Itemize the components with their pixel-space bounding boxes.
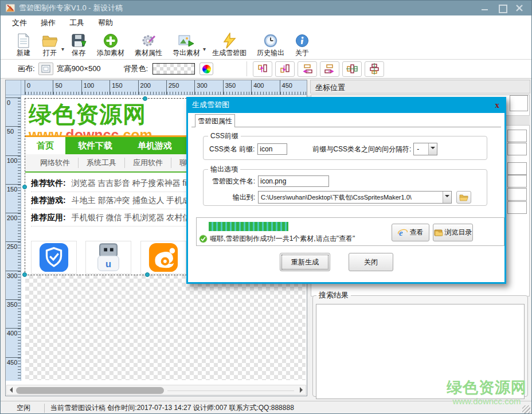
close-icon[interactable] xyxy=(515,5,523,11)
coordinate-input[interactable] xyxy=(507,130,527,142)
nav-item: 单机游戏 xyxy=(125,137,185,154)
subnav-item: 系统工具 xyxy=(79,158,125,168)
scroll-right-icon[interactable] xyxy=(300,387,303,393)
new-button[interactable]: 新建 xyxy=(11,31,36,58)
css-prefix-input[interactable] xyxy=(257,143,287,155)
title-bar: 雪碧图制作专家V1.0 - 新设计稿 xyxy=(1,1,531,15)
save-floppy-icon xyxy=(71,32,87,49)
separator-select[interactable]: - xyxy=(413,143,437,155)
align-left-button[interactable] xyxy=(298,61,317,77)
selection-handle[interactable] xyxy=(143,96,147,101)
regenerate-button[interactable]: 重新生成 xyxy=(280,253,330,271)
export-material-label: 导出素材 xyxy=(173,49,200,57)
open-dropdown-icon[interactable]: ▾ xyxy=(61,46,64,52)
result-panel: 喔耶,雪碧图制作成功!一共1个素材,请点击"查看" e 查看 浏览目录 xyxy=(196,217,504,246)
ruler-tick-label: 100 xyxy=(6,155,21,184)
scrollbar-thumb[interactable] xyxy=(16,387,164,394)
center-horizontal-button[interactable] xyxy=(342,61,362,77)
coordinate-input[interactable] xyxy=(507,143,527,155)
output-path-select[interactable]: C:\Users\wuhan\Desktop\下载包\CssSpritesMak… xyxy=(258,191,452,204)
ruler-corner xyxy=(6,80,21,95)
ruler-tick-label: 300 xyxy=(6,271,21,299)
color-picker-button[interactable] xyxy=(200,63,213,75)
menu-item[interactable]: 文件 xyxy=(10,17,29,29)
align-right-button[interactable] xyxy=(320,61,339,77)
coordinate-input[interactable] xyxy=(507,201,527,214)
generate-sprite-label: 生成雪碧图 xyxy=(212,49,247,57)
canvas-grid-icon xyxy=(41,64,51,73)
horizontal-scrollbar[interactable] xyxy=(6,385,306,395)
history-output-button[interactable]: 历史输出 xyxy=(252,31,290,58)
chevron-down-icon[interactable] xyxy=(428,143,437,155)
toolbar-divider xyxy=(247,61,247,76)
sprite-filename-input[interactable] xyxy=(258,175,329,187)
menu-item[interactable]: 帮助 xyxy=(96,17,115,29)
ruler-tick-label: 150 xyxy=(6,184,21,213)
dialog-title-bar[interactable]: 生成雪碧图 x xyxy=(186,97,506,113)
export-dropdown-icon[interactable]: ▾ xyxy=(203,46,206,52)
center-vertical-button[interactable] xyxy=(365,61,384,77)
main-toolbar: 新建 打开 ▾ 保存 添加素材 素材属性 xyxy=(1,30,531,60)
status-info: 当前雪碧图设计稿 创作时间:2017-07-13 14:27 设计师:007 联… xyxy=(50,403,294,413)
scroll-left-icon[interactable] xyxy=(10,387,13,393)
search-results-list[interactable] xyxy=(316,304,525,399)
coordinate-input[interactable] xyxy=(507,175,527,188)
status-bar: 空闲 当前雪碧图设计稿 创作时间:2017-07-13 14:27 设计师:00… xyxy=(1,401,531,414)
nav-item: 软件下载 xyxy=(65,137,125,154)
ruler-tick-label: 350 xyxy=(6,299,21,328)
menu-item[interactable]: 工具 xyxy=(67,17,87,29)
page-logo-text: 绿色资源网 xyxy=(29,99,146,130)
subnav-item: 应用软件 xyxy=(125,158,171,168)
info-icon xyxy=(295,32,310,49)
open-button[interactable]: 打开 xyxy=(36,31,64,58)
ruler-tick-label: 50 xyxy=(53,80,81,95)
about-button[interactable]: 关于 xyxy=(290,31,315,58)
add-plus-icon xyxy=(103,32,119,49)
canvas-size-button[interactable] xyxy=(38,63,53,75)
ruler-tick-label: 100 xyxy=(81,80,109,95)
menu-item[interactable]: 操作 xyxy=(38,17,58,29)
dialog-close-button[interactable]: 关闭 xyxy=(349,253,393,271)
add-material-button[interactable]: 添加素材 xyxy=(92,31,130,58)
view-button[interactable]: e 查看 xyxy=(392,224,429,241)
generate-sprite-button[interactable]: 生成雪碧图 xyxy=(207,31,252,58)
status-divider xyxy=(44,404,45,413)
align-top-icon xyxy=(257,63,268,75)
folder-icon xyxy=(459,194,468,201)
background-color-swatch[interactable] xyxy=(152,63,195,75)
resize-grip-icon[interactable] xyxy=(522,405,530,413)
usb-boot-icon: u xyxy=(93,242,124,273)
selection-handle[interactable] xyxy=(22,272,27,277)
align-top-button[interactable] xyxy=(253,61,272,77)
open-button-label: 打开 xyxy=(43,49,57,57)
chevron-down-icon[interactable] xyxy=(443,192,451,203)
browse-directory-button[interactable]: 浏览目录 xyxy=(433,224,473,241)
align-right-icon xyxy=(324,63,335,75)
output-options-legend: 输出选项 xyxy=(208,165,240,174)
coordinate-input[interactable] xyxy=(507,188,527,201)
canvas-settings-bar: 画布: 宽高900×500 背景色: xyxy=(1,60,531,79)
save-button[interactable]: 保存 xyxy=(65,31,92,58)
dialog-close-icon[interactable]: x xyxy=(494,101,501,109)
dialog-title: 生成雪碧图 xyxy=(192,100,229,110)
align-bottom-button[interactable] xyxy=(275,61,295,77)
ruler-tick-label: 0 xyxy=(6,97,21,126)
browse-path-button[interactable] xyxy=(456,191,471,204)
selection-handle[interactable] xyxy=(145,272,150,277)
material-properties-button[interactable]: 素材属性 xyxy=(130,31,167,58)
transparent-canvas-area xyxy=(25,275,306,380)
app-icon-cell: u xyxy=(85,241,131,274)
css-prefix-legend: CSS前缀 xyxy=(208,131,241,141)
coordinate-input[interactable] xyxy=(510,95,528,111)
maximize-icon[interactable] xyxy=(498,5,506,11)
success-check-icon xyxy=(199,235,208,243)
ruler-tick-label: 450 xyxy=(6,357,21,381)
canvas-label: 画布: xyxy=(18,64,35,74)
tab-sprite-properties[interactable]: 雪碧图属性 xyxy=(195,114,235,127)
selection-handle[interactable] xyxy=(22,185,27,189)
uc-browser-icon xyxy=(148,242,179,273)
app-icon-cell xyxy=(31,241,77,274)
minimize-icon[interactable] xyxy=(481,5,489,11)
export-material-button[interactable]: 导出素材 xyxy=(167,31,205,58)
coordinate-input[interactable] xyxy=(507,162,527,175)
